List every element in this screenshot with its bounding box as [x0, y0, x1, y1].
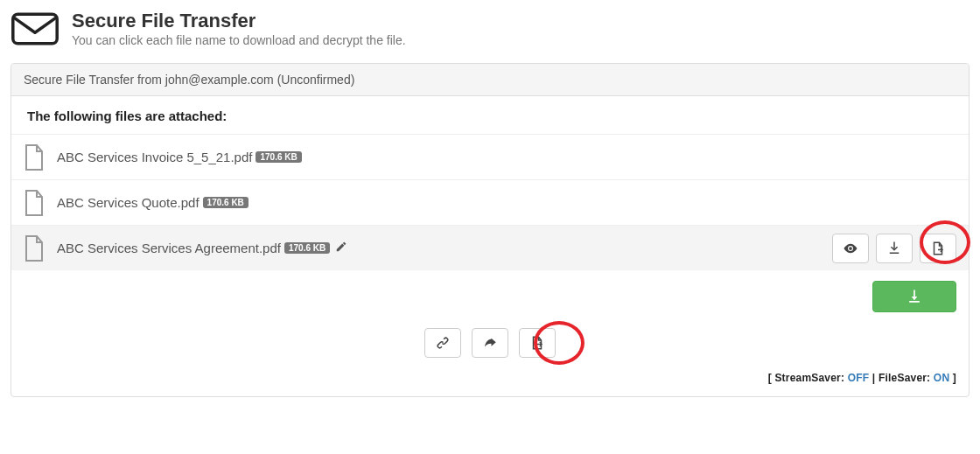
preview-button[interactable]: [832, 234, 869, 263]
file-icon: [24, 235, 45, 262]
status-line: [ StreamSaver: OFF | FileSaver: ON ]: [24, 372, 956, 384]
link-icon: [435, 335, 451, 351]
filesaver-status[interactable]: ON: [934, 372, 949, 384]
file-icon: [24, 144, 45, 171]
export-button[interactable]: [920, 234, 956, 263]
download-button[interactable]: [876, 234, 913, 263]
file-row[interactable]: ABC Services Invoice 5_5_21.pdf 170.6 KB: [11, 134, 969, 179]
attached-title: The following files are attached:: [11, 96, 969, 134]
export-all-button[interactable]: [519, 328, 556, 358]
panel-heading: Secure File Transfer from john@example.c…: [11, 64, 969, 96]
file-name[interactable]: ABC Services Invoice 5_5_21.pdf: [57, 150, 252, 164]
bottom-toolbar: [24, 328, 956, 358]
file-size-badge: 170.6 KB: [256, 151, 301, 163]
page-subtitle: You can click each file name to download…: [72, 33, 406, 47]
file-row-actions: [832, 234, 956, 263]
status-suffix: ]: [949, 372, 956, 384]
forward-icon: [482, 335, 498, 351]
eye-icon: [843, 241, 858, 256]
panel-footer: [ StreamSaver: OFF | FileSaver: ON ]: [11, 270, 969, 396]
download-icon: [886, 241, 902, 256]
page-header: Secure File Transfer You can click each …: [10, 10, 970, 56]
file-size-badge: 170.6 KB: [203, 197, 248, 208]
file-size-badge: 170.6 KB: [284, 242, 330, 254]
streamsaver-status[interactable]: OFF: [848, 372, 870, 384]
status-prefix: [ StreamSaver:: [768, 372, 848, 384]
file-export-icon: [529, 335, 545, 351]
file-row[interactable]: ABC Services Quote.pdf 170.6 KB: [11, 179, 969, 225]
link-button[interactable]: [424, 328, 461, 358]
transfer-panel: Secure File Transfer from john@example.c…: [10, 63, 970, 397]
file-icon: [24, 190, 45, 216]
download-all-button[interactable]: [872, 281, 956, 312]
svg-rect-0: [13, 14, 57, 44]
download-icon: [906, 288, 923, 305]
pencil-icon[interactable]: [335, 241, 347, 255]
file-name[interactable]: ABC Services Services Agreement.pdf: [57, 241, 281, 255]
file-export-icon: [930, 241, 946, 256]
mail-icon: [10, 10, 60, 47]
file-row[interactable]: ABC Services Services Agreement.pdf 170.…: [11, 225, 969, 270]
page-title: Secure File Transfer: [72, 10, 406, 31]
file-name[interactable]: ABC Services Quote.pdf: [57, 195, 200, 210]
forward-button[interactable]: [472, 328, 508, 358]
status-mid: | FileSaver:: [869, 372, 934, 384]
